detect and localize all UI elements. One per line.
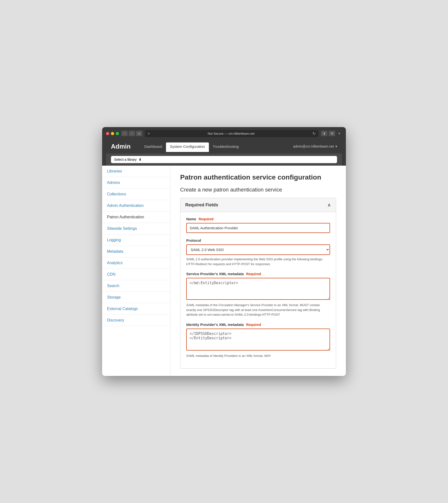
sidebar-item-label: CDN xyxy=(107,272,115,276)
protocol-select[interactable]: SAML 2.0 Web SSO xyxy=(186,244,330,255)
user-menu[interactable]: admin@cm.hilbertteam.net ▾ xyxy=(293,144,337,148)
sidebar-item-discovery[interactable]: Discovery xyxy=(102,315,170,326)
card-body: Name Required Protocol SAML 2.0 Web SSO xyxy=(180,212,336,368)
library-select-bar: Select a library ⬍ xyxy=(106,153,342,166)
sp-xml-metadata-form-group: Service Provider's XML metadata Required… xyxy=(186,272,330,317)
name-input[interactable] xyxy=(186,223,330,233)
idp-xml-description: SAML metadata of Identity Providers in a… xyxy=(186,353,330,358)
nav-system-configuration[interactable]: System Configuration xyxy=(166,142,209,152)
sidebar-item-storage[interactable]: Storage xyxy=(102,292,170,303)
browser-top-bar: ‹ › ⊟ ≡ Not Secure — cm.hilbertteam.net … xyxy=(106,130,342,137)
collapse-icon[interactable]: ∧ xyxy=(327,202,331,208)
sidebar-item-admins[interactable]: Admins xyxy=(102,177,170,189)
library-selector[interactable]: Select a library ⬍ xyxy=(111,156,337,163)
sidebar-item-label: External Catalogs xyxy=(107,307,138,311)
sidebar-item-label: Collections xyxy=(107,192,126,196)
sidebar-item-label: Discovery xyxy=(107,318,124,322)
minimize-button[interactable] xyxy=(111,132,114,135)
sidebar-item-admin-authentication[interactable]: Admin Authentication xyxy=(102,200,170,212)
sidebar-item-label: Libraries xyxy=(107,169,122,173)
sidebar-item-label: Admin Authentication xyxy=(107,203,144,208)
plus-icon: + xyxy=(338,131,340,136)
sidebar-item-label: Logging xyxy=(107,238,121,242)
sidebar-item-search[interactable]: Search xyxy=(102,280,170,292)
idp-xml-metadata-textarea[interactable]: </IDPSSODescriptor> </EntityDescriptor> xyxy=(186,329,330,351)
new-tab-button[interactable]: + xyxy=(336,131,342,136)
browser-window: ‹ › ⊟ ≡ Not Secure — cm.hilbertteam.net … xyxy=(102,127,346,376)
forward-button[interactable]: › xyxy=(129,131,135,136)
hamburger-icon: ≡ xyxy=(148,132,150,135)
app-header: Admin Dashboard System Configuration Tro… xyxy=(106,139,342,153)
sidebar-item-label: Metadata xyxy=(107,249,123,253)
content-area: Patron authentication service configurat… xyxy=(170,166,346,376)
tabs-icon: ⧉ xyxy=(331,132,333,135)
traffic-lights xyxy=(106,132,119,135)
sidebar-item-label: Search xyxy=(107,284,119,288)
protocol-form-group: Protocol SAML 2.0 Web SSO SAML 2.0 authe… xyxy=(186,238,330,266)
sidebar-item-libraries[interactable]: Libraries xyxy=(102,166,170,177)
name-required-badge: Required xyxy=(199,217,213,221)
sidebar-item-label: Analytics xyxy=(107,261,123,265)
address-bar[interactable]: ≡ Not Secure — cm.hilbertteam.net ↻ xyxy=(145,130,319,137)
card-header-title: Required Fields xyxy=(185,202,218,208)
sp-xml-required-badge: Required xyxy=(246,272,261,276)
sidebar-item-collections[interactable]: Collections xyxy=(102,189,170,200)
share-button[interactable]: ⬆ xyxy=(321,131,327,136)
sidebar-item-metadata[interactable]: Metadata xyxy=(102,246,170,257)
name-label: Name Required xyxy=(186,217,330,221)
browser-action-buttons: ⬆ ⧉ + xyxy=(321,131,342,136)
sp-xml-metadata-label: Service Provider's XML metadata Required xyxy=(186,272,330,276)
close-button[interactable] xyxy=(106,132,109,135)
sidebar-item-sitewide-settings[interactable]: Sitewide Settings xyxy=(102,223,170,235)
window-icon: ⊟ xyxy=(138,132,140,135)
sidebar-item-analytics[interactable]: Analytics xyxy=(102,257,170,269)
sidebar-item-label: Sitewide Settings xyxy=(107,226,137,231)
tabs-button[interactable]: ⧉ xyxy=(329,131,335,136)
library-select-label: Select a library xyxy=(114,158,137,162)
sidebar-item-patron-authentication[interactable]: Patron Authentication xyxy=(102,212,170,223)
sidebar: Libraries Admins Collections Admin Authe… xyxy=(102,166,170,376)
app-title: Admin xyxy=(111,143,131,150)
idp-xml-metadata-label: Identity Provider's XML metadata Require… xyxy=(186,322,330,327)
idp-xml-required-badge: Required xyxy=(246,323,261,327)
library-select-arrow-icon: ⬍ xyxy=(139,158,142,162)
forward-icon: › xyxy=(131,132,132,135)
sidebar-item-label: Admins xyxy=(107,181,120,185)
main-nav: Dashboard System Configuration Troublesh… xyxy=(140,142,288,151)
sp-xml-metadata-textarea[interactable]: </md:EntityDescriptor> xyxy=(186,278,330,300)
browser-chrome: ‹ › ⊟ ≡ Not Secure — cm.hilbertteam.net … xyxy=(102,127,346,166)
name-form-group: Name Required xyxy=(186,217,330,233)
sidebar-item-label: Patron Authentication xyxy=(107,215,144,219)
user-menu-chevron-icon: ▾ xyxy=(336,144,337,148)
url-display: Not Secure — cm.hilbertteam.net xyxy=(152,132,311,135)
section-title: Create a new patron authentication servi… xyxy=(180,187,336,193)
required-fields-card: Required Fields ∧ Name Required xyxy=(180,198,336,369)
sidebar-item-external-catalogs[interactable]: External Catalogs xyxy=(102,303,170,315)
back-button[interactable]: ‹ xyxy=(121,131,128,136)
idp-xml-metadata-form-group: Identity Provider's XML metadata Require… xyxy=(186,322,330,358)
refresh-icon[interactable]: ↻ xyxy=(312,131,316,136)
user-email: admin@cm.hilbertteam.net xyxy=(293,144,334,148)
sidebar-item-logging[interactable]: Logging xyxy=(102,235,170,246)
nav-dashboard[interactable]: Dashboard xyxy=(140,142,166,151)
protocol-label: Protocol xyxy=(186,238,330,242)
main-content: Libraries Admins Collections Admin Authe… xyxy=(102,166,346,376)
browser-nav-buttons: ‹ › ⊟ xyxy=(121,131,142,136)
sidebar-item-label: Storage xyxy=(107,295,121,299)
nav-troubleshooting[interactable]: Troubleshooting xyxy=(209,142,243,151)
maximize-button[interactable] xyxy=(116,132,119,135)
card-header: Required Fields ∧ xyxy=(180,198,336,212)
page-title: Patron authentication service configurat… xyxy=(180,173,336,182)
protocol-description: SAML 2.0 authentication provider impleme… xyxy=(186,257,330,266)
sp-xml-description: SAML metadata of the Circulation Manager… xyxy=(186,303,330,317)
share-icon: ⬆ xyxy=(323,132,326,135)
back-icon: ‹ xyxy=(124,132,125,135)
sidebar-item-cdn[interactable]: CDN xyxy=(102,269,170,280)
window-layout-button[interactable]: ⊟ xyxy=(136,131,142,136)
